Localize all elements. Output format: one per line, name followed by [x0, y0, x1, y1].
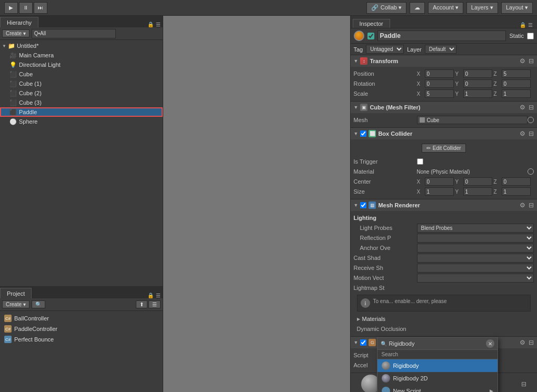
- dropdown-item-rigidbody2d[interactable]: Rigidbody 2D: [377, 372, 498, 385]
- project-item-label: PaddleController: [14, 326, 57, 332]
- project-icon-btn1[interactable]: ⬆: [136, 300, 147, 308]
- hierarchy-item-dir-light[interactable]: 💡 Directional Light: [0, 60, 163, 69]
- hierarchy-item-cube2[interactable]: ⬛ Cube (2): [0, 88, 163, 98]
- hierarchy-toolbar: Create ▾: [0, 27, 163, 40]
- project-icon-btn2[interactable]: ☰: [148, 300, 161, 308]
- hierarchy-tab-label: Hierarchy: [7, 19, 32, 26]
- box-collider-gear-icon[interactable]: ⚙: [520, 130, 525, 137]
- scl-x-input[interactable]: [425, 89, 454, 98]
- project-item-perfect-bounce[interactable]: C# Perfect Bounce: [4, 334, 158, 345]
- project-item-ball-controller[interactable]: C# BallController: [4, 313, 158, 324]
- project-search-button[interactable]: 🔍: [32, 300, 45, 308]
- rot-z-input[interactable]: [502, 79, 531, 88]
- object-enabled-checkbox[interactable]: [367, 33, 374, 39]
- step-button[interactable]: ⏭: [34, 2, 47, 14]
- layer-label: Layer: [407, 46, 422, 53]
- scl-y-input[interactable]: [463, 89, 492, 98]
- hierarchy-item-cube1[interactable]: ⬛ Cube (1): [0, 79, 163, 88]
- box-collider-menu-icon[interactable]: ⊟: [529, 130, 534, 137]
- center-z-input[interactable]: [502, 177, 531, 186]
- light-probes-select[interactable]: Blend Probes: [417, 224, 534, 233]
- layers-button[interactable]: Layers ▾: [466, 2, 498, 14]
- mesh-label: Mesh: [354, 117, 417, 123]
- transform-menu-icon[interactable]: ⊟: [529, 57, 534, 65]
- mesh-select-icon[interactable]: [528, 117, 534, 123]
- cast-shadow-select[interactable]: [417, 254, 534, 263]
- hierarchy-search-input[interactable]: [32, 29, 116, 38]
- dropdown-item-new-script[interactable]: New Script ▶: [377, 385, 498, 392]
- layer-select[interactable]: Default: [425, 45, 456, 54]
- receive-shadow-select[interactable]: [417, 264, 534, 273]
- scl-z-input[interactable]: [502, 89, 531, 98]
- box-collider-header[interactable]: ▼ ⬜ Box Collider ⚙ ⊟: [351, 128, 538, 139]
- layout-button[interactable]: Layout ▾: [501, 2, 533, 14]
- mat-menu-icon[interactable]: ⊟: [521, 380, 526, 388]
- hierarchy-menu-icon[interactable]: ☰: [156, 22, 161, 27]
- center-x-input[interactable]: [425, 177, 454, 186]
- project-tab[interactable]: Project: [0, 288, 32, 298]
- hierarchy-create-button[interactable]: Create ▾: [2, 29, 29, 37]
- project-lock-icon[interactable]: 🔒: [147, 293, 154, 298]
- component-search-input[interactable]: [389, 340, 484, 347]
- cloud-button[interactable]: ☁: [410, 2, 425, 14]
- hierarchy-item-paddle[interactable]: ⬛ Paddle: [0, 107, 163, 117]
- size-y-input[interactable]: [463, 187, 492, 196]
- material-select-icon[interactable]: [528, 168, 534, 175]
- scl-z-label: Z: [494, 91, 500, 97]
- project-create-button[interactable]: Create ▾: [2, 300, 29, 308]
- center-y-input[interactable]: [463, 177, 492, 186]
- lightmap-label: Lightmap St: [354, 285, 417, 291]
- is-trigger-checkbox[interactable]: [417, 158, 423, 165]
- project-item-paddle-controller[interactable]: C# PaddleController: [4, 324, 158, 334]
- hierarchy-item-cube3[interactable]: ⬛ Cube (3): [0, 98, 163, 107]
- inspector-tab[interactable]: Inspector: [353, 19, 390, 28]
- paddle-menu-icon[interactable]: ⊟: [529, 339, 534, 346]
- mesh-filter-menu-icon[interactable]: ⊟: [529, 104, 534, 111]
- tag-select[interactable]: Untagged: [366, 45, 404, 54]
- mesh-renderer-menu-icon[interactable]: ⊟: [529, 202, 534, 209]
- account-button[interactable]: Account ▾: [428, 2, 463, 14]
- project-tab-bar: Project 🔒 ☰: [0, 287, 163, 298]
- paddle-checkbox[interactable]: [360, 339, 366, 346]
- motion-vector-row: Motion Vect: [354, 273, 534, 283]
- edit-collider-button[interactable]: ✏ Edit Collider: [422, 144, 466, 153]
- is-trigger-row: Is Trigger: [354, 157, 534, 166]
- paddle-gear-icon[interactable]: ⚙: [520, 339, 525, 346]
- dropdown-item-rigidbody[interactable]: Rigidbody: [377, 359, 498, 372]
- size-row: Size X Y Z: [354, 187, 534, 196]
- mesh-filter-header[interactable]: ▼ ▣ Cube (Mesh Filter) ⚙ ⊟: [351, 102, 538, 113]
- pos-y-input[interactable]: [463, 69, 492, 78]
- hierarchy-item-sphere[interactable]: ⚪ Sphere: [0, 117, 163, 126]
- hierarchy-item-main-camera[interactable]: 🎥 Main Camera: [0, 51, 163, 60]
- object-name-input[interactable]: [377, 31, 506, 41]
- pos-z-input[interactable]: [502, 69, 531, 78]
- materials-header[interactable]: ▶ Materials: [354, 314, 534, 324]
- mesh-renderer-header[interactable]: ▼ ▦ Mesh Renderer ⚙ ⊟: [351, 199, 538, 211]
- transform-gear-icon[interactable]: ⚙: [520, 57, 525, 65]
- inspector-lock-icon[interactable]: 🔒: [520, 22, 526, 28]
- pause-button[interactable]: ⏸: [19, 2, 33, 14]
- size-x-input[interactable]: [425, 187, 454, 196]
- collab-button[interactable]: 🔗 Collab ▾: [366, 2, 406, 14]
- search-clear-button[interactable]: ✕: [486, 339, 494, 348]
- play-button[interactable]: ▶: [4, 2, 18, 14]
- transform-header[interactable]: ▼ ↕ Transform ⚙ ⊟: [351, 55, 538, 67]
- rot-x-input[interactable]: [425, 79, 454, 88]
- static-checkbox[interactable]: [527, 33, 534, 39]
- reflection-select[interactable]: [417, 234, 534, 243]
- motion-vector-select[interactable]: [417, 274, 534, 283]
- mesh-renderer-checkbox[interactable]: [360, 202, 366, 208]
- mesh-filter-gear-icon[interactable]: ⚙: [520, 104, 525, 111]
- anchor-select[interactable]: [417, 244, 534, 253]
- hierarchy-tab[interactable]: Hierarchy: [0, 17, 38, 27]
- hierarchy-scene-root[interactable]: ▼ 📁 Untitled*: [0, 41, 163, 51]
- hierarchy-item-cube[interactable]: ⬛ Cube: [0, 69, 163, 79]
- hierarchy-lock-icon[interactable]: 🔒: [147, 22, 154, 27]
- project-menu-icon[interactable]: ☰: [156, 293, 161, 298]
- pos-x-input[interactable]: [425, 69, 454, 78]
- mesh-renderer-gear-icon[interactable]: ⚙: [520, 202, 525, 209]
- size-z-input[interactable]: [502, 187, 531, 196]
- box-collider-checkbox[interactable]: [360, 130, 366, 137]
- rot-y-input[interactable]: [463, 79, 492, 88]
- inspector-menu-icon[interactable]: ☰: [528, 22, 533, 28]
